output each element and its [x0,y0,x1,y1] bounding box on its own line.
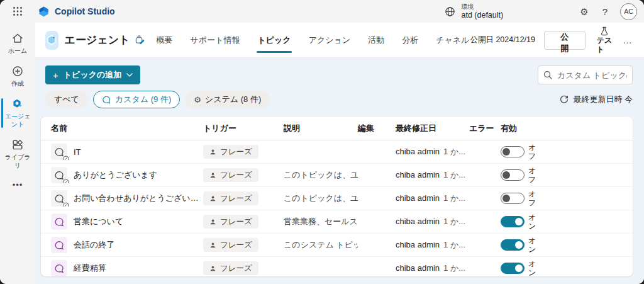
filter-all-pill[interactable]: すべて [45,91,88,108]
topic-name: 経費精算 [74,263,106,274]
help-icon[interactable]: ? [602,7,608,16]
table-row[interactable]: ありがとうございます フレーズ このトピックは、ユ... chiba admin… [41,164,633,187]
tab-actions[interactable]: アクション [308,23,352,57]
header-more-button[interactable]: … [623,35,633,45]
tab-channels[interactable]: チャネル [435,23,470,57]
col-name[interactable]: 名前 [51,123,203,134]
search-icon [543,71,552,79]
enabled-toggle[interactable] [501,263,525,274]
topic-description: 営業業務、セールス... [284,216,358,227]
tab-overview[interactable]: 概要 [156,23,174,57]
trigger-badge: フレーズ [203,145,258,159]
brand[interactable]: Copilot Studio [38,6,115,18]
modified-cell: chiba admin1 か... [396,193,469,204]
toggle-label: オフ [528,166,536,185]
toggle-label: オフ [528,190,536,208]
tab-topics[interactable]: トピック [257,23,291,57]
chevron-down-icon [126,73,133,77]
edit-agent-icon[interactable] [135,35,145,45]
chat-bubble-icon [102,95,111,105]
trigger-badge: フレーズ [203,261,258,275]
topics-content: + トピックの追加 [35,58,644,284]
waffle-icon [13,6,23,16]
user-avatar[interactable]: AC [620,3,637,20]
trigger-badge: フレーズ [203,215,258,229]
topic-name: 会話の終了 [74,239,114,251]
person-icon [209,242,216,249]
beaker-icon [600,26,609,36]
topic-description: このトピックは、ユ... [284,169,358,181]
modified-cell: chiba admin1 か... [396,146,469,157]
sidebar-item-agents[interactable]: エージェント [0,93,35,134]
environment-globe-icon [445,6,455,17]
table-row[interactable]: 会話の終了 フレーズ このシステム トピッ... chiba admin1 か.… [41,234,633,257]
tab-activity[interactable]: 活動 [367,23,385,57]
person-icon [209,149,216,156]
app-launcher-button[interactable] [0,0,35,23]
top-app-bar: Copilot Studio 環境 atd (default) ⚙ ? AC [0,0,644,23]
table-row[interactable]: 経費精算 フレーズ chiba admin1 か... オン [41,257,633,276]
disabled-badge-icon [63,179,69,183]
agent-avatar [45,31,58,50]
enabled-toggle[interactable] [501,239,525,251]
sidebar-item-home[interactable]: ホーム [0,28,35,60]
filter-custom-pill[interactable]: カスタム (9 件) [93,91,180,108]
enabled-toggle[interactable] [501,216,525,227]
table-row[interactable]: IT フレーズ chiba admin1 か... オフ [41,140,633,164]
col-description[interactable]: 説明 [284,123,358,134]
person-icon [209,195,216,202]
toggle-label: オフ [528,143,536,161]
sidebar-more-button[interactable]: ••• [13,180,23,190]
topic-chat-icon [51,144,67,160]
publish-button[interactable]: 公開 [544,31,586,50]
topic-name: IT [74,147,81,157]
topic-chat-icon [51,213,67,230]
environment-value: atd (default) [461,11,503,20]
disabled-badge-icon [63,156,69,160]
agent-hexagon-icon [11,98,24,110]
trigger-badge: フレーズ [203,238,258,252]
settings-gear-icon[interactable]: ⚙ [580,7,588,16]
add-topic-button[interactable]: + トピックの追加 [45,65,140,84]
app-title: Copilot Studio [55,6,115,16]
environment-picker[interactable]: 環境 atd (default) [445,3,503,20]
topic-description: このトピックは、ユ... [284,193,358,204]
system-gear-icon: ⚙ [194,96,201,104]
topic-chat-icon [51,260,67,276]
modified-cell: chiba admin1 か... [396,239,469,251]
test-button[interactable]: テスト [597,26,613,53]
published-date: 公開日 2024/12/19 [470,35,535,45]
table-row[interactable]: お問い合わせありがとうございました フレーズ このトピックは、ユ... chib… [41,187,633,210]
refresh-icon [560,95,569,104]
table-row[interactable]: 営業について フレーズ 営業業務、セールス... chiba admin1 か.… [41,210,633,234]
filter-system-pill[interactable]: ⚙ システム (8 件) [185,91,270,108]
col-enabled[interactable]: 有効 [501,123,633,134]
modified-cell: chiba admin1 か... [396,263,469,274]
modified-cell: chiba admin1 か... [396,216,469,227]
last-updated[interactable]: 最終更新日時 今 [560,94,633,105]
topic-chat-icon [51,237,67,253]
sidebar-item-create[interactable]: 作成 [0,60,35,93]
topic-description: このシステム トピッ... [284,239,358,251]
sidebar-item-library[interactable]: ライブラリ [0,134,35,175]
enabled-toggle[interactable] [501,146,525,157]
toggle-label: オン [528,259,536,276]
trigger-badge: フレーズ [203,191,258,205]
enabled-toggle[interactable] [501,169,525,181]
col-modified[interactable]: 最終修正日 [396,123,469,134]
tab-support-info[interactable]: サポート情報 [190,23,241,57]
col-error[interactable]: エラー [469,123,501,134]
tab-analytics[interactable]: 分析 [401,23,419,57]
library-icon [11,139,24,151]
topic-name: ありがとうございます [74,169,157,181]
modified-cell: chiba admin1 か... [396,169,469,181]
topic-chat-icon [51,190,67,207]
topic-name: お問い合わせありがとうございました [74,193,203,204]
table-header-row: 名前 トリガー 説明 編集 最終修正日 エラー 有効 [41,116,633,140]
add-circle-icon [11,65,24,77]
disabled-badge-icon [63,202,69,207]
col-trigger[interactable]: トリガー [203,123,284,134]
col-edit[interactable]: 編集 [358,123,396,134]
enabled-toggle[interactable] [501,193,525,204]
plus-icon: + [53,71,58,80]
